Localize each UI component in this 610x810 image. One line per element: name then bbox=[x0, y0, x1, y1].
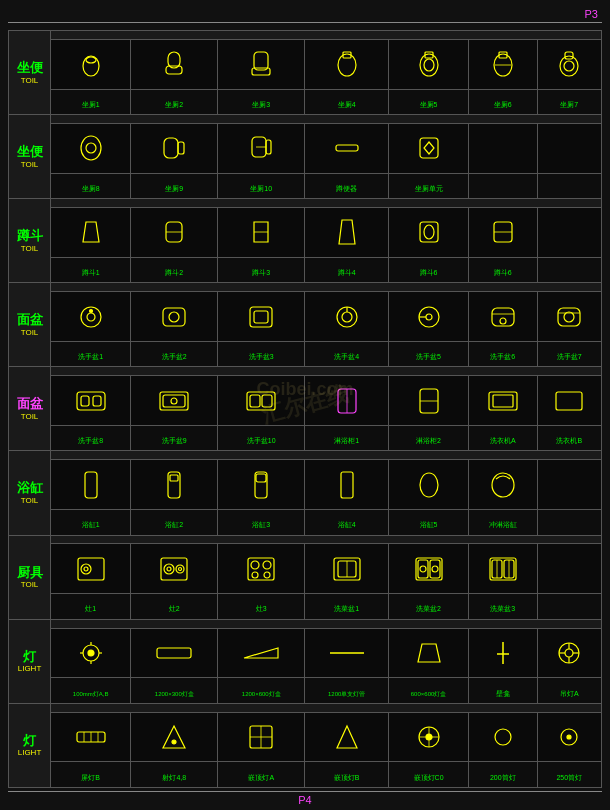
svg-point-18 bbox=[86, 143, 96, 153]
cell-9-5 bbox=[389, 712, 469, 762]
svg-rect-20 bbox=[178, 142, 184, 154]
svg-point-6 bbox=[338, 54, 356, 76]
svg-marker-115 bbox=[418, 644, 440, 662]
cell-4-5 bbox=[389, 292, 469, 342]
cell-8-7 bbox=[537, 628, 601, 678]
svg-rect-60 bbox=[163, 395, 185, 407]
cell-7-3 bbox=[218, 544, 305, 594]
svg-point-1 bbox=[86, 57, 96, 63]
svg-point-137 bbox=[426, 734, 432, 740]
svg-point-138 bbox=[495, 729, 511, 745]
svg-point-9 bbox=[424, 59, 434, 71]
svg-point-89 bbox=[251, 561, 259, 569]
svg-point-129 bbox=[172, 740, 176, 744]
svg-point-17 bbox=[81, 136, 101, 160]
cell-2-4 bbox=[305, 123, 389, 173]
section-header-7: 厨具 TOIL bbox=[9, 535, 602, 544]
cell-8-1 bbox=[51, 628, 131, 678]
svg-point-15 bbox=[564, 61, 574, 71]
cell-2-7 bbox=[537, 123, 601, 173]
cell-5-3 bbox=[218, 376, 305, 426]
svg-point-107 bbox=[88, 650, 94, 656]
svg-rect-43 bbox=[254, 311, 268, 323]
section-data-5 bbox=[9, 376, 602, 426]
svg-point-99 bbox=[420, 566, 426, 572]
cell-4-3 bbox=[218, 292, 305, 342]
main-table: 坐便 TOIL bbox=[8, 30, 602, 788]
page: P3 P4 汇尔在线 Coibei.com 坐便 TOIL bbox=[0, 0, 610, 810]
cell-4-1 bbox=[51, 292, 131, 342]
cell-6-5 bbox=[389, 460, 469, 510]
section-title-1: 坐便 TOIL bbox=[9, 31, 51, 115]
cell-9-6 bbox=[469, 712, 538, 762]
svg-point-100 bbox=[432, 566, 438, 572]
svg-marker-32 bbox=[339, 220, 355, 244]
cell-4-6 bbox=[469, 292, 538, 342]
section-labels-7: 灶1 灶2 灶3 洗菜盆1 洗菜盆2 洗菜盆3 bbox=[9, 594, 602, 619]
svg-rect-4 bbox=[254, 52, 268, 70]
svg-rect-53 bbox=[558, 308, 580, 326]
section-header-3: 蹲斗 TOIL bbox=[9, 199, 602, 208]
svg-point-39 bbox=[89, 309, 92, 312]
section-header-5: 面盆 TOIL bbox=[9, 367, 602, 376]
section-labels-6: 浴缸1 浴缸2 浴缸3 浴缸4 浴缸5 冲淋浴缸 bbox=[9, 510, 602, 535]
cell-toilet-7 bbox=[537, 39, 601, 89]
svg-point-90 bbox=[263, 561, 271, 569]
page-label-bottom: P4 bbox=[298, 794, 311, 806]
svg-rect-76 bbox=[256, 474, 266, 482]
cell-8-2 bbox=[131, 628, 218, 678]
cell-5-1 bbox=[51, 376, 131, 426]
svg-rect-3 bbox=[166, 66, 182, 74]
cell-8-3 bbox=[218, 628, 305, 678]
section-data-3 bbox=[9, 208, 602, 258]
cell-6-7 bbox=[537, 460, 601, 510]
page-label-top: P3 bbox=[585, 8, 598, 20]
section-header-2: 坐便 TOIL bbox=[9, 115, 602, 124]
section-data-1 bbox=[9, 39, 602, 89]
section-header-9: 灯 LIGHT bbox=[9, 703, 602, 712]
svg-rect-22 bbox=[266, 140, 271, 154]
svg-marker-27 bbox=[83, 222, 99, 242]
svg-rect-71 bbox=[556, 392, 582, 410]
section-title-9: 灯 LIGHT bbox=[9, 703, 51, 787]
section-title-6: 浴缸 TOIL bbox=[9, 451, 51, 535]
cell-5-4 bbox=[305, 376, 389, 426]
svg-rect-112 bbox=[157, 648, 191, 658]
cell-8-6 bbox=[469, 628, 538, 678]
section-labels-4: 洗手盆1 洗手盆2 洗手盆3 洗手盆4 洗手盆5 洗手盆6 洗手盆7 bbox=[9, 341, 602, 366]
svg-point-119 bbox=[565, 649, 573, 657]
cell-5-6 bbox=[469, 376, 538, 426]
svg-rect-70 bbox=[493, 395, 513, 407]
section-title-2: 坐便 TOIL bbox=[9, 115, 51, 199]
cell-3-1 bbox=[51, 208, 131, 258]
svg-rect-77 bbox=[341, 472, 353, 498]
section-title-7: 厨具 TOIL bbox=[9, 535, 51, 619]
cell-2-1 bbox=[51, 123, 131, 173]
cell-5-7 bbox=[537, 376, 601, 426]
svg-rect-74 bbox=[170, 475, 178, 481]
svg-rect-58 bbox=[93, 396, 101, 406]
cell-9-7 bbox=[537, 712, 601, 762]
section-title-5: 面盆 TOIL bbox=[9, 367, 51, 451]
svg-rect-63 bbox=[250, 395, 260, 407]
svg-marker-128 bbox=[163, 726, 185, 748]
svg-point-81 bbox=[81, 564, 91, 574]
cell-6-3 bbox=[218, 460, 305, 510]
section-title-4: 面盆 TOIL bbox=[9, 283, 51, 367]
svg-marker-26 bbox=[424, 142, 434, 154]
svg-rect-50 bbox=[492, 308, 514, 326]
svg-point-34 bbox=[424, 225, 434, 239]
cell-6-6 bbox=[469, 460, 538, 510]
cell-toilet-1 bbox=[51, 39, 131, 89]
svg-rect-42 bbox=[250, 307, 272, 327]
section-title-8: 灯 LIGHT bbox=[9, 619, 51, 703]
cell-7-4 bbox=[305, 544, 389, 594]
svg-point-52 bbox=[500, 318, 506, 324]
section-header-6: 浴缸 TOIL bbox=[9, 451, 602, 460]
section-header-4: 面盆 TOIL bbox=[9, 283, 602, 292]
svg-rect-72 bbox=[85, 472, 97, 498]
svg-point-84 bbox=[164, 564, 174, 574]
svg-point-86 bbox=[176, 565, 184, 573]
cell-2-5 bbox=[389, 123, 469, 173]
cell-3-5 bbox=[389, 208, 469, 258]
